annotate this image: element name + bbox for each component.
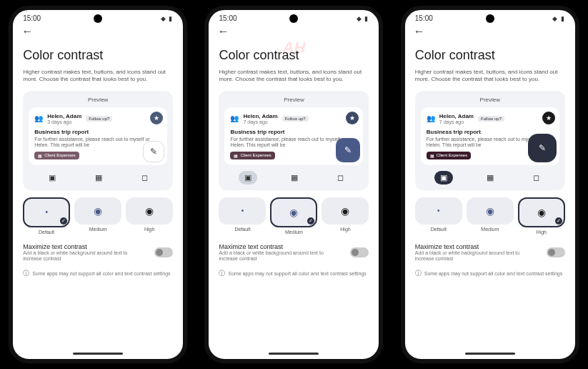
avatar-icon: 👥 [34,114,43,122]
phone-high: 15:00 ◆ ▮ ← Color contrast Higher contra… [401,6,579,363]
clock: 15:00 [219,14,236,22]
preview-card: Preview ★ 👥 Helen, Adam 7 days ago Follo… [415,91,565,190]
maximize-row: Maximize text contrast Add a black or wh… [415,243,565,262]
maximize-row: Maximize text contrast Add a black or wh… [23,243,173,262]
contrast-options: • Default ◉✓ Medium ◉ High [219,197,369,235]
message-card: ★ 👥 Helen, Adam 7 days ago Follow up? Bu… [421,107,559,165]
footnote: ⓘ Some apps may not support all color an… [415,269,565,278]
message-subject: Business trip report [34,129,161,135]
phone-default: 15:00 ◆ ▮ ← Color contrast Higher contra… [9,6,187,363]
star-icon[interactable]: ★ [150,112,163,124]
maximize-toggle[interactable] [154,247,173,257]
page-title: Color contrast [219,48,369,63]
maximize-toggle[interactable] [350,247,369,257]
star-icon[interactable]: ★ [542,112,555,124]
sender-name: Helen, Adam [243,113,277,119]
avatar-icon: 👥 [230,114,239,122]
nav-grid-icon[interactable]: ▦ [481,171,499,184]
nav-chat-icon[interactable]: ◻ [136,171,154,184]
clock: 15:00 [415,14,433,22]
gesture-bar [73,353,123,355]
followup-tag: Follow up? [282,116,309,122]
phone-medium: AH 15:00 ◆ ▮ ← Color contrast Higher con… [204,6,383,363]
nav-inbox-icon[interactable]: ▣ [434,171,453,184]
followup-tag: Follow up? [478,116,504,122]
sender-name: Helen, Adam [439,113,474,119]
option-high[interactable]: ◉ High [126,197,173,235]
sender-name: Helen, Adam [47,113,81,119]
maximize-subtitle: Add a black or white background around t… [219,250,326,262]
edit-fab[interactable]: ✎ [336,138,360,162]
preview-label: Preview [29,97,167,103]
message-card: ★ 👥 Helen, Adam 7 days ago Follow up? Bu… [224,107,363,165]
page-title: Color contrast [415,48,565,63]
page-title: Color contrast [23,48,173,63]
camera-cutout [486,14,494,23]
nav-chat-icon[interactable]: ◻ [527,171,545,184]
maximize-row: Maximize text contrast Add a black or wh… [219,243,369,262]
nav-inbox-icon[interactable]: ▣ [239,171,257,184]
message-card: ★ 👥 Helen, Adam 3 days ago Follow up? Bu… [29,107,167,165]
expense-chip: ▦ Client Expenses [230,152,274,159]
option-default[interactable]: • Default [219,197,266,235]
nav-chat-icon[interactable]: ◻ [332,171,349,184]
info-icon: ⓘ [23,269,29,278]
expense-chip: ▦ Client Expenses [34,152,79,159]
option-high[interactable]: ◉✓ High [518,197,565,235]
info-icon: ⓘ [219,269,225,278]
message-subject: Business trip report [230,129,357,135]
preview-nav: ▣ ▦ ◻ [421,171,559,184]
status-icons: ◆ ▮ [357,15,369,22]
option-medium[interactable]: ◉ Medium [74,197,121,235]
preview-label: Preview [224,97,363,103]
camera-cutout [289,14,298,23]
nav-grid-icon[interactable]: ▦ [285,171,304,184]
page-description: Higher contrast makes text, buttons, and… [415,69,565,84]
maximize-title: Maximize text contrast [415,243,522,250]
option-medium[interactable]: ◉✓ Medium [270,197,317,235]
maximize-subtitle: Add a black or white background around t… [415,250,522,262]
maximize-subtitle: Add a black or white background around t… [23,250,130,262]
maximize-title: Maximize text contrast [219,243,326,250]
message-age: 7 days ago [243,119,277,124]
message-age: 3 days ago [47,119,81,124]
nav-inbox-icon[interactable]: ▣ [43,171,61,184]
footnote: ⓘ Some apps may not support all color an… [23,269,173,278]
preview-nav: ▣ ▦ ◻ [224,171,363,184]
message-age: 7 days ago [439,119,474,124]
back-button[interactable]: ← [13,24,183,39]
status-icons: ◆ ▮ [552,15,565,22]
back-button[interactable]: ← [209,24,379,39]
gesture-bar [269,353,319,355]
option-high[interactable]: ◉ High [322,197,369,235]
camera-cutout [94,14,102,23]
contrast-options: •✓ Default ◉ Medium ◉ High [23,197,173,235]
followup-tag: Follow up? [86,116,112,122]
gesture-bar [465,353,515,355]
option-default[interactable]: •✓ Default [23,197,70,235]
page-description: Higher contrast makes text, buttons, and… [219,69,369,84]
preview-nav: ▣ ▦ ◻ [29,171,167,184]
status-icons: ◆ ▮ [161,15,174,22]
maximize-title: Maximize text contrast [23,243,130,250]
back-button[interactable]: ← [405,24,575,39]
clock: 15:00 [23,14,41,22]
expense-chip: ▦ Client Expenses [427,152,471,159]
option-medium[interactable]: ◉ Medium [467,197,514,235]
page-description: Higher contrast makes text, buttons, and… [23,69,173,84]
preview-card: Preview ★ 👥 Helen, Adam 3 days ago Follo… [23,91,173,190]
preview-label: Preview [421,97,559,103]
option-default[interactable]: • Default [415,197,462,235]
contrast-options: • Default ◉ Medium ◉✓ High [415,197,565,235]
avatar-icon: 👥 [427,114,435,122]
info-icon: ⓘ [415,269,422,278]
nav-grid-icon[interactable]: ▦ [89,171,108,184]
preview-card: Preview ★ 👥 Helen, Adam 7 days ago Follo… [219,91,369,190]
edit-fab[interactable]: ✎ [528,134,557,162]
footnote: ⓘ Some apps may not support all color an… [219,269,369,278]
maximize-toggle[interactable] [547,247,565,257]
edit-fab[interactable]: ✎ [143,141,164,162]
